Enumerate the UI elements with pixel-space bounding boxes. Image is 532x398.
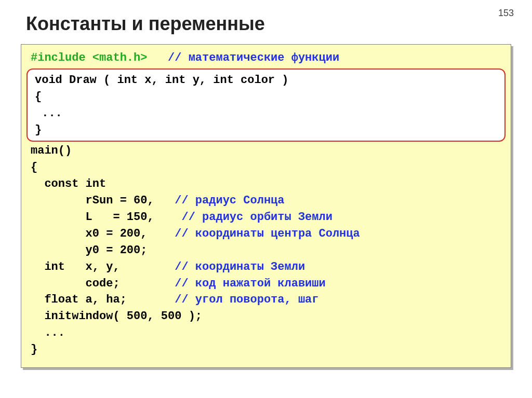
l-comment: // радиус орбиты Земли [181,211,332,224]
close-brace: } [31,343,37,356]
code-block: #include <math.h> // математические функ… [21,44,511,368]
initwindow-line: initwindow( 500, 500 ); [31,310,202,323]
code-var-line: code; [31,277,120,290]
include-comment: // математические функции [168,51,339,64]
y0-line: y0 = 200; [31,244,147,257]
x0-comment: // координаты центра Солнца [175,227,360,240]
x0-line: x0 = 200, [31,227,147,240]
float-line: float a, ha; [31,293,127,306]
open-brace: { [31,161,37,174]
l-line: L = 150, [31,211,154,224]
rsun-comment: // радиус Солнца [175,194,284,207]
page-number: 153 [498,8,514,19]
slide-title: Константы и переменные [26,13,532,35]
intxy-line: int x, y, [31,260,120,273]
float-comment: // угол поворота, шаг [175,293,318,306]
code-var-comment: // код нажатой клавиши [175,277,325,290]
include-directive: #include <math.h> [31,51,147,64]
main-line: main() [31,144,72,157]
intxy-comment: // координаты Земли [175,260,305,273]
draw-function-code: void Draw ( int x, int y, int color ) { … [35,72,497,139]
dots-line: ... [31,326,65,339]
const-int-line: const int [31,177,106,190]
function-highlight-box: void Draw ( int x, int y, int color ) { … [26,68,506,142]
rsun-line: rSun = 60, [31,194,154,207]
